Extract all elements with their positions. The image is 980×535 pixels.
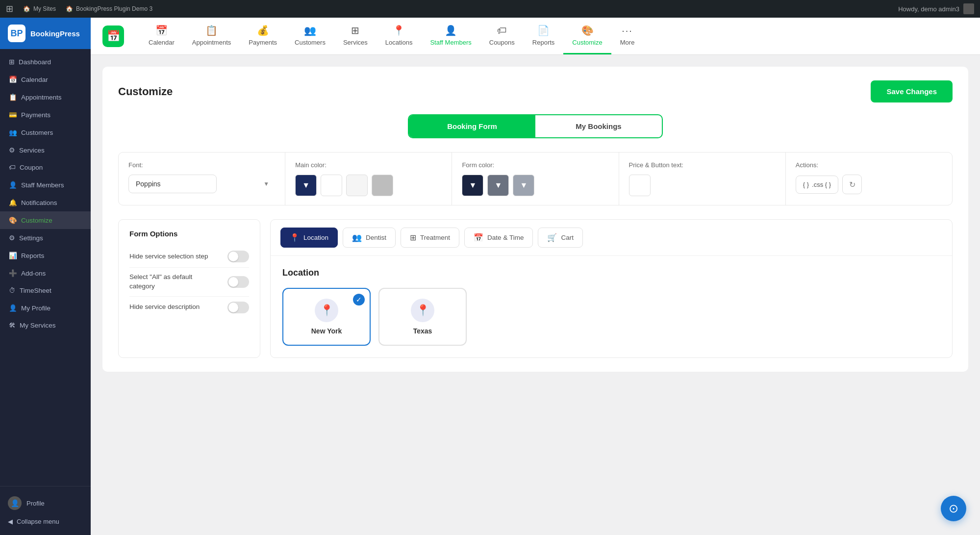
appointments-icon: 📋 [9,93,17,101]
sidebar-item-dashboard[interactable]: ⊞ Dashboard [0,53,91,71]
main-color-swatch-4[interactable] [372,175,393,196]
save-changes-button[interactable]: Save Changes [871,80,953,102]
my-sites-link[interactable]: 🏠 My Sites [23,5,56,12]
preview-panel: 📍 Location 👥 Dentist ⊞ Treatment [270,219,953,358]
sidebar-item-addons[interactable]: ➕ Add-ons [0,264,91,282]
hide-service-toggle[interactable] [227,251,249,262]
howdy-text: Howdy, demo admin3 [898,3,974,14]
sidebar-item-reports[interactable]: 📊 Reports [0,247,91,264]
selected-check-icon: ✓ [353,294,365,306]
sidebar-item-calendar[interactable]: 📅 Calendar [0,71,91,88]
main-content: 📅 📅 Calendar 📋 Appointments 💰 Payments 👥 [91,18,980,535]
page-body: Customize Save Changes Booking Form My B… [91,55,980,535]
sidebar-footer: 👤 Profile ◀ Collapse menu [0,486,91,535]
nav-item-services[interactable]: ⊞ Services [334,18,377,54]
datetime-step-icon: 📅 [474,233,483,242]
lower-area: Form Options Hide service selection step… [118,219,953,358]
nav-item-payments[interactable]: 💰 Payments [240,18,286,54]
brand-icon: BP [8,25,25,42]
coupon-icon: 🏷 [9,164,16,171]
nav-item-more[interactable]: ··· More [611,18,644,54]
step-cart[interactable]: 🛒 Cart [538,228,583,248]
sidebar-item-services[interactable]: ⚙ Services [0,141,91,159]
hide-desc-toggle[interactable] [227,302,249,313]
sidebar-item-customers[interactable]: 👥 Customers [0,124,91,141]
admin-avatar [963,3,974,14]
select-all-toggle[interactable] [227,276,249,288]
plugin-header: 📅 📅 Calendar 📋 Appointments 💰 Payments 👥 [91,18,980,55]
booking-form-tab[interactable]: Booking Form [409,115,535,137]
main-color-swatch-1[interactable]: ▼ [295,175,317,196]
options-row: Font: Poppins Roboto Open Sans Lato Mont… [118,152,953,205]
sidebar-item-staff-members[interactable]: 👤 Staff Members [0,176,91,194]
font-section: Font: Poppins Roboto Open Sans Lato Mont… [119,153,285,205]
step-treatment[interactable]: ⊞ Treatment [401,228,459,248]
sidebar-item-appointments[interactable]: 📋 Appointments [0,88,91,106]
actions-label: Actions: [796,161,942,169]
step-location[interactable]: 📍 Location [280,228,338,248]
nav-payments-icon: 💰 [257,25,269,36]
treatment-step-icon: ⊞ [410,233,416,242]
profile-link[interactable]: 👤 Profile [8,492,83,514]
notifications-icon: 🔔 [9,199,17,206]
sidebar-item-customize[interactable]: 🎨 Customize [0,211,91,229]
sidebar-item-notifications[interactable]: 🔔 Notifications [0,194,91,211]
refresh-button[interactable]: ↻ [842,175,862,194]
step-dentist[interactable]: 👥 Dentist [343,228,396,248]
nav-item-staff-members[interactable]: 👤 Staff Members [421,18,480,54]
plugin-name[interactable]: 🏠 BookingPress Plugin Demo 3 [66,5,152,12]
staff-icon: 👤 [9,181,17,189]
form-color-swatch-2[interactable]: ▼ [487,175,509,196]
support-button[interactable]: ⊙ [941,496,966,521]
main-color-swatch-3[interactable] [346,175,368,196]
form-color-swatch-3[interactable]: ▼ [513,175,534,196]
plugin-header-brand: 📅 [102,20,134,53]
actions-section: Actions: { } .css { } ↻ [786,153,952,205]
location-card-texas[interactable]: 📍 Texas [378,288,467,346]
css-editor-button[interactable]: { } .css { } [796,176,838,194]
nav-coupons-icon: 🏷 [497,25,507,36]
nav-item-reports[interactable]: 📄 Reports [524,18,564,54]
customers-icon: 👥 [9,128,17,136]
nav-reports-icon: 📄 [537,25,550,36]
location-card-new-york[interactable]: ✓ 📍 New York [282,288,371,346]
hide-desc-label: Hide service description [129,303,200,312]
nav-item-customers[interactable]: 👥 Customers [286,18,334,54]
wp-logo-icon[interactable]: ⊞ [6,3,13,14]
customize-icon: 🎨 [9,216,17,224]
select-all-label: Select "All" as default category [129,273,218,291]
collapse-menu-button[interactable]: ◀ Collapse menu [8,514,83,529]
nav-item-calendar[interactable]: 📅 Calendar [140,18,183,54]
sidebar-item-timesheet[interactable]: ⏱ TimeSheet [0,282,91,299]
my-bookings-tab[interactable]: My Bookings [535,115,662,137]
step-datetime[interactable]: 📅 Date & Time [464,228,533,248]
sidebar-item-myservices[interactable]: 🛠 My Services [0,317,91,334]
main-color-label: Main color: [295,161,442,169]
sidebar-item-myprofile[interactable]: 👤 My Profile [0,299,91,317]
nav-item-coupons[interactable]: 🏷 Coupons [480,18,524,54]
font-select[interactable]: Poppins Roboto Open Sans Lato Montserrat [128,175,217,193]
price-button-swatch[interactable] [629,175,651,196]
font-select-arrow-icon: ▼ [263,180,269,187]
toggle-knob-2 [228,277,238,287]
customize-header: Customize Save Changes [118,80,953,102]
profile-avatar-icon: 👤 [8,496,22,510]
calendar-icon: 📅 [9,76,17,83]
sidebar-item-payments[interactable]: 💳 Payments [0,106,91,124]
main-color-row: ▼ [295,175,442,196]
sidebar: BP BookingPress ⊞ Dashboard 📅 Calendar 📋… [0,18,91,535]
nav-item-appointments[interactable]: 📋 Appointments [183,18,240,54]
nav-item-locations[interactable]: 📍 Locations [377,18,422,54]
form-options-title: Form Options [129,229,249,238]
toggle-hide-desc: Hide service description [129,297,249,318]
dashboard-icon: ⊞ [9,58,15,66]
nav-item-customize[interactable]: 🎨 Customize [563,18,611,54]
nav-more-icon: ··· [622,25,633,36]
nav-services-icon: ⊞ [351,25,359,36]
form-color-swatch-1[interactable]: ▼ [462,175,483,196]
sidebar-item-settings[interactable]: ⚙ Settings [0,229,91,247]
main-color-swatch-2[interactable] [321,175,342,196]
form-color-section: Form color: ▼ ▼ ▼ [452,153,619,205]
sidebar-item-coupon[interactable]: 🏷 Coupon [0,159,91,176]
nav-customize-icon: 🎨 [581,25,594,36]
